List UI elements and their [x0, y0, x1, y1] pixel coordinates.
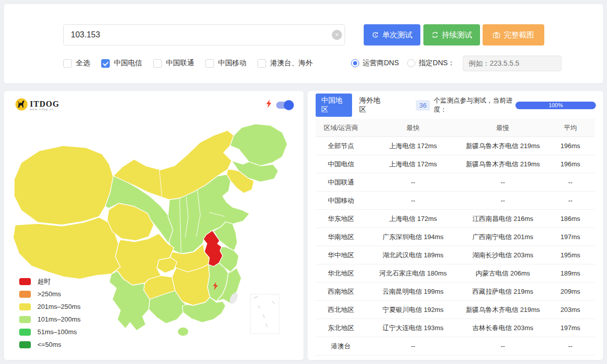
table-row: 华南地区广东深圳电信 194ms广西南宁电信 201ms197ms	[316, 228, 595, 246]
svg-text:1: 1	[374, 33, 376, 36]
checkbox-china-telecom[interactable]: 中国电信	[101, 59, 142, 68]
table-row: 中国联通------	[316, 173, 595, 192]
table-row: 全部节点上海电信 172ms新疆乌鲁木齐电信 219ms196ms	[316, 137, 595, 155]
checkbox-select-all[interactable]: 全选	[63, 59, 90, 68]
legend-swatch-50	[19, 341, 31, 348]
legend-item: 101ms–200ms	[19, 313, 80, 326]
latency-table: 区域/运营商 最快 最慢 平均 全部节点上海电信 172ms新疆乌鲁木齐电信 2…	[316, 119, 595, 355]
full-screenshot-button[interactable]: 完整截图	[483, 24, 544, 46]
china-map-panel: ITDOG www.itdog.cn	[4, 91, 304, 360]
legend-swatch-101-200	[19, 316, 31, 323]
province-xinjiang[interactable]	[14, 146, 113, 225]
table-row: 华东地区上海电信 172ms江西南昌电信 216ms186ms	[316, 210, 595, 228]
tab-overseas-region[interactable]: 海外地区	[359, 96, 384, 114]
table-row: 中国电信上海电信 172ms新疆乌鲁木齐电信 219ms196ms	[316, 155, 595, 173]
monitor-count-badge: 36	[416, 100, 430, 111]
legend-swatch-201-250	[19, 303, 31, 310]
results-panel: 中国地区 海外地区 36 个监测点参与测试，当前进度： 100% 区域/运营商 …	[308, 91, 603, 360]
continuous-test-button[interactable]: 持续测试	[423, 24, 480, 46]
legend-swatch-timeout	[19, 278, 31, 285]
province-tibet[interactable]	[13, 217, 120, 279]
single-test-button[interactable]: 1 单次测试	[364, 24, 420, 46]
itdog-logo: ITDOG www.itdog.cn	[15, 98, 59, 113]
dog-logo-icon	[15, 98, 28, 113]
legend-swatch-over250	[19, 291, 31, 298]
col-average: 平均	[546, 123, 595, 132]
table-row: 东北地区辽宁大连电信 193ms吉林长春电信 203ms197ms	[316, 319, 595, 337]
checkbox-hmt-overseas[interactable]: 港澳台、海外	[257, 59, 313, 68]
legend-item: <=50ms	[19, 338, 80, 351]
continuous-test-label: 持续测试	[442, 30, 472, 40]
table-row: 中国移动------	[316, 192, 595, 210]
refresh-once-icon: 1	[372, 31, 379, 38]
table-row: 华中地区湖北武汉电信 189ms湖南长沙电信 203ms195ms	[316, 246, 595, 264]
dns-option-row: 运营商DNS 指定DNS：	[351, 55, 561, 71]
tab-china-region[interactable]: 中国地区	[316, 94, 352, 117]
table-header-row: 区域/运营商 最快 最慢 平均	[316, 119, 595, 137]
host-input[interactable]	[63, 24, 345, 46]
checkbox-china-unicom[interactable]: 中国联通	[153, 59, 194, 68]
isp-checkbox-row: 全选 中国电信 中国联通 中国移动 港澳台、海外	[63, 57, 324, 70]
col-fastest: 最快	[366, 123, 460, 132]
legend-item: 超时	[19, 275, 80, 288]
progress-bar: 100%	[515, 102, 596, 109]
progress-percent: 100%	[515, 102, 596, 109]
single-test-label: 单次测试	[382, 30, 413, 40]
checkbox-china-mobile[interactable]: 中国移动	[205, 59, 246, 68]
legend-item: 201ms–250ms	[19, 300, 80, 313]
lightning-icon	[266, 100, 272, 110]
clear-input-icon[interactable]: ×	[332, 30, 342, 40]
table-row: 西北地区宁夏银川电信 192ms新疆乌鲁木齐电信 219ms203ms	[316, 301, 595, 319]
latency-legend: 超时 >250ms 201ms–250ms 101ms–200ms 51ms–1…	[19, 275, 80, 351]
col-slowest: 最慢	[460, 123, 546, 132]
test-control-panel: × 1 单次测试 持续测试 完整截图 全选 中国电信 中国联通 中国移动 港澳台…	[4, 4, 603, 83]
province-hainan[interactable]	[178, 327, 189, 336]
map-mode-toggle[interactable]	[276, 102, 293, 109]
refresh-icon	[431, 31, 439, 38]
south-sea-inset	[250, 294, 279, 334]
province-heilongjiang[interactable]	[230, 124, 287, 166]
custom-dns-input[interactable]	[463, 56, 561, 71]
camera-icon	[493, 31, 500, 38]
col-region: 区域/运营商	[316, 123, 366, 132]
legend-swatch-51-100	[19, 329, 31, 336]
table-row: 西南地区云南昆明电信 199ms西藏拉萨电信 219ms209ms	[316, 283, 595, 301]
table-row: 华北地区河北石家庄电信 180ms内蒙古电信 206ms189ms	[316, 264, 595, 283]
radio-custom-dns[interactable]: 指定DNS：	[407, 59, 455, 68]
progress-label: 个监测点参与测试，当前进度：	[433, 96, 515, 114]
logo-title: ITDOG	[30, 100, 59, 108]
legend-item: >250ms	[19, 288, 80, 300]
radio-isp-dns[interactable]: 运营商DNS	[351, 59, 399, 68]
full-screenshot-label: 完整截图	[504, 30, 534, 40]
legend-item: 51ms–100ms	[19, 326, 80, 338]
table-row: 港澳台------	[316, 337, 595, 355]
